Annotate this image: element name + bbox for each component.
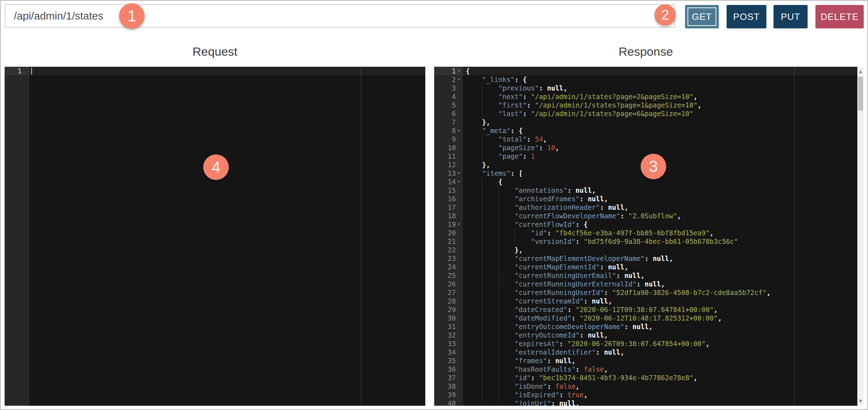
line-number: 22 <box>448 246 456 254</box>
code-line: 5"first": "/api/admin/1/states?page=1&pa… <box>434 101 857 109</box>
code-line: 37"id": "bec1b374-8451-4bf3-934e-4b77862… <box>434 373 857 382</box>
code-line: 21"versionId": "bd75f6d9-9a38-4bec-bb61-… <box>434 237 857 246</box>
code-line: 19▾"currentFlowId": { <box>434 220 857 229</box>
code-line: 32"entryOutcomeId": null, <box>434 331 857 339</box>
code-line: 33"expiresAt": "2020-06-26T09:38:07.6478… <box>434 339 857 348</box>
code-line: 31"entryOutcomeDeveloperName": null, <box>434 322 857 331</box>
code-line: 9"total": 54, <box>434 135 857 143</box>
line-number: 15 <box>448 186 456 194</box>
code-line: 1▾{ <box>434 67 857 75</box>
code-line: 4"next": "/api/admin/1/states?page=2&pag… <box>434 92 857 101</box>
code-line: 17"authorizationHeader": null, <box>434 203 857 212</box>
code-line: 1 <box>5 67 425 75</box>
line-number: 18 <box>448 212 456 220</box>
code-line: 10"pageSize": 10, <box>434 143 857 152</box>
step-2-badge: 2 <box>654 4 676 26</box>
line-number: 27 <box>448 289 456 296</box>
text-cursor <box>31 67 32 75</box>
code-line: 23"currentMapElementDeveloperName": null… <box>434 254 857 263</box>
code-line: 3"previous": null, <box>434 84 857 92</box>
line-number: 14 <box>448 178 456 186</box>
line-number: 8 <box>452 127 456 135</box>
line-number: 37 <box>448 374 456 382</box>
post-button[interactable]: POST <box>727 5 766 28</box>
code-line: 40"joinUri": null, <box>434 399 857 406</box>
line-number: 36 <box>448 365 456 373</box>
code-line: 6"last": "/api/admin/1/states?page=6&pag… <box>434 109 857 118</box>
line-number: 13 <box>448 169 456 177</box>
line-number: 33 <box>448 340 456 348</box>
step-1-badge: 1 <box>119 3 145 29</box>
code-line: 30"dateModified": "2020-06-12T10:48:17.8… <box>434 314 857 322</box>
response-pane-title: Response <box>434 45 857 59</box>
line-number: 12 <box>448 161 456 169</box>
fold-toggle-icon[interactable]: ▾ <box>456 126 462 135</box>
fold-toggle-icon[interactable]: ▾ <box>456 177 462 186</box>
line-number: 16 <box>448 195 456 203</box>
code-line: 16"archivedFrames": null, <box>434 195 857 203</box>
code-line: 7}, <box>434 118 857 126</box>
line-number: 19 <box>448 220 456 228</box>
step-4-badge: 4 <box>203 154 229 180</box>
scroll-down-icon[interactable]: ▼ <box>857 397 864 406</box>
code-line: 20"id": "fb4cf56e-e3ba-497f-bb05-6bf8fbd… <box>434 229 857 237</box>
line-number: 40 <box>448 399 456 406</box>
line-number: 30 <box>448 314 456 322</box>
get-button[interactable]: GET <box>685 5 719 28</box>
code-line: 25"currentRunningUserEmail": null, <box>434 271 857 280</box>
line-number: 24 <box>448 263 456 271</box>
code-line: 18"currentFlowDeveloperName": "2.0Subflo… <box>434 212 857 220</box>
code-line: 35"frames": null, <box>434 356 857 365</box>
line-number: 10 <box>448 144 456 152</box>
code-line: 27"currentRunningUserId": "52df1a90-3826… <box>434 288 857 297</box>
delete-button[interactable]: DELETE <box>815 5 864 28</box>
line-number: 17 <box>448 203 456 211</box>
request-editor[interactable]: 1 <box>5 67 425 406</box>
api-explorer-window: GET POST PUT DELETE 1 2 3 4 Request Resp… <box>0 0 868 410</box>
scrollbar-thumb[interactable] <box>858 77 863 111</box>
line-number: 21 <box>448 237 456 245</box>
line-number: 28 <box>448 297 456 305</box>
fold-toggle-icon[interactable]: ▾ <box>456 75 462 84</box>
line-number: 1 <box>452 67 456 75</box>
code-line: 22}, <box>434 246 857 254</box>
line-number: 26 <box>448 280 456 288</box>
code-line: 29"dateCreated": "2020-06-12T09:38:07.64… <box>434 305 857 314</box>
line-number: 31 <box>448 323 456 330</box>
line-number: 4 <box>452 93 456 100</box>
code-line: 14▾{ <box>434 177 857 186</box>
line-number: 3 <box>452 84 456 92</box>
url-input[interactable] <box>5 4 675 28</box>
fold-toggle-icon[interactable]: ▾ <box>456 67 462 75</box>
scroll-up-icon[interactable]: ▲ <box>857 67 864 76</box>
response-editor[interactable]: 1▾{2▾"_links": {3"previous": null,4"next… <box>434 67 857 406</box>
code-line: 28"currentStreamId": null, <box>434 297 857 305</box>
code-line: 24"currentMapElementId": null, <box>434 263 857 271</box>
line-number: 29 <box>448 306 456 313</box>
line-number: 34 <box>448 348 456 356</box>
print-margin-ruler <box>361 67 361 406</box>
line-number: 2 <box>452 76 456 83</box>
code-line: 26"currentRunningUserExternalId": null, <box>434 280 857 288</box>
code-line: 34"externalIdentifier": null, <box>434 348 857 356</box>
line-number: 35 <box>448 357 456 365</box>
line-number: 23 <box>448 255 456 262</box>
request-pane-title: Request <box>5 45 425 59</box>
code-line: 38"isDone": false, <box>434 382 857 390</box>
code-line: 39"isExpired": true, <box>434 390 857 399</box>
line-number: 39 <box>448 391 456 399</box>
line-number: 5 <box>452 101 456 109</box>
line-number: 7 <box>452 118 456 126</box>
line-number: 6 <box>452 110 456 117</box>
line-number: 25 <box>448 272 456 279</box>
step-3-badge: 3 <box>641 154 666 179</box>
code-line: 15"annotations": null, <box>434 186 857 195</box>
response-scrollbar[interactable]: ▲ ▼ <box>857 67 864 406</box>
fold-toggle-icon[interactable]: ▾ <box>456 169 462 177</box>
code-line: 8▾"_meta": { <box>434 126 857 135</box>
put-button[interactable]: PUT <box>773 5 808 28</box>
fold-toggle-icon[interactable]: ▾ <box>456 220 462 229</box>
code-line: 36"hasRootFaults": false, <box>434 365 857 373</box>
line-number: 9 <box>452 135 456 143</box>
line-number: 1 <box>18 67 22 75</box>
